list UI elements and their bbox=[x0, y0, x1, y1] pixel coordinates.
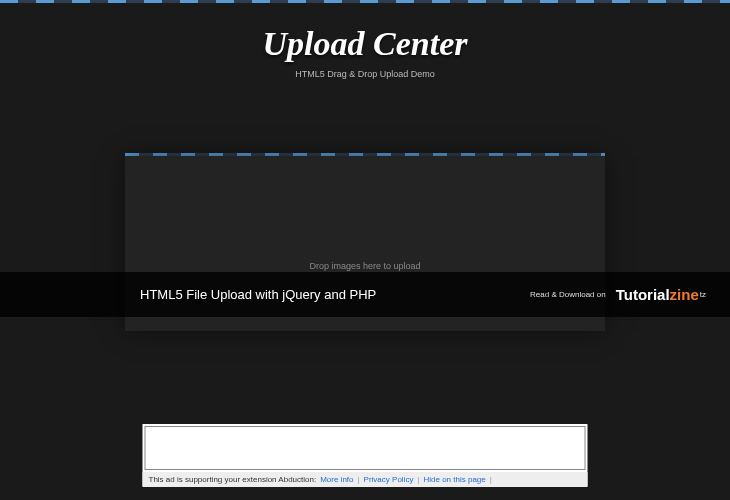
tz-brand-a: Tutorial bbox=[616, 286, 670, 303]
header: Upload Center HTML5 Drag & Drop Upload D… bbox=[0, 3, 730, 91]
article-title: HTML5 File Upload with jQuery and PHP bbox=[140, 287, 530, 302]
page-title: Upload Center bbox=[0, 25, 730, 63]
ad-container: This ad is supporting your extension Abd… bbox=[143, 424, 588, 486]
ad-notice-text: This ad is supporting your extension Abd… bbox=[149, 475, 317, 484]
separator: | bbox=[358, 475, 360, 484]
ad-notice-bar: This ad is supporting your extension Abd… bbox=[143, 472, 588, 487]
ad-more-info-link[interactable]: More info bbox=[320, 475, 353, 484]
article-cta: Read & Download on bbox=[530, 290, 606, 299]
separator: | bbox=[417, 475, 419, 484]
dropzone-instruction: Drop images here to upload bbox=[125, 261, 605, 271]
tz-brand-b: zine bbox=[670, 286, 699, 303]
ad-slot[interactable] bbox=[145, 426, 586, 470]
ad-privacy-link[interactable]: Privacy Policy bbox=[364, 475, 414, 484]
ad-hide-link[interactable]: Hide on this page bbox=[423, 475, 485, 484]
article-overlay: HTML5 File Upload with jQuery and PHP Re… bbox=[0, 272, 730, 317]
tutorialzine-link[interactable]: Tutorialzinetz bbox=[616, 286, 706, 303]
page-subtitle: HTML5 Drag & Drop Upload Demo bbox=[0, 69, 730, 79]
separator: | bbox=[490, 475, 492, 484]
tz-brand-sup: tz bbox=[700, 290, 706, 299]
